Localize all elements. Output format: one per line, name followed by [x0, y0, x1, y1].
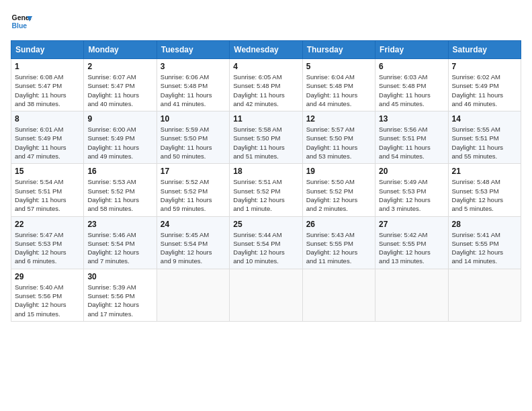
calendar-cell: 4Sunrise: 6:05 AM Sunset: 5:48 PM Daylig… — [230, 59, 302, 111]
page-header: General Blue — [11, 11, 521, 32]
calendar-cell: 21Sunrise: 5:48 AM Sunset: 5:53 PM Dayli… — [448, 164, 521, 216]
day-number: 11 — [233, 114, 298, 124]
calendar-cell: 30Sunrise: 5:39 AM Sunset: 5:56 PM Dayli… — [84, 269, 157, 321]
day-number: 29 — [15, 272, 80, 281]
day-number: 27 — [379, 220, 444, 229]
dow-header-monday: Monday — [84, 41, 157, 59]
calendar-cell: 28Sunrise: 5:41 AM Sunset: 5:55 PM Dayli… — [448, 216, 521, 269]
dow-header-saturday: Saturday — [448, 41, 521, 59]
day-info: Sunrise: 5:41 AM Sunset: 5:55 PM Dayligh… — [452, 230, 517, 266]
day-info: Sunrise: 5:40 AM Sunset: 5:56 PM Dayligh… — [15, 283, 80, 318]
calendar-week-1: 1Sunrise: 6:08 AM Sunset: 5:47 PM Daylig… — [11, 59, 521, 111]
calendar-cell — [230, 269, 302, 321]
calendar-cell: 15Sunrise: 5:54 AM Sunset: 5:51 PM Dayli… — [11, 164, 84, 216]
day-info: Sunrise: 5:57 AM Sunset: 5:50 PM Dayligh… — [306, 125, 371, 161]
calendar-cell: 9Sunrise: 6:00 AM Sunset: 5:49 PM Daylig… — [84, 111, 157, 164]
day-number: 19 — [306, 167, 371, 176]
day-info: Sunrise: 6:04 AM Sunset: 5:48 PM Dayligh… — [306, 73, 371, 108]
day-number: 12 — [306, 114, 371, 124]
calendar-cell — [302, 269, 375, 321]
calendar-cell: 25Sunrise: 5:44 AM Sunset: 5:54 PM Dayli… — [230, 216, 302, 269]
day-info: Sunrise: 5:42 AM Sunset: 5:55 PM Dayligh… — [379, 230, 444, 266]
day-number: 24 — [161, 220, 226, 229]
calendar-week-4: 22Sunrise: 5:47 AM Sunset: 5:53 PM Dayli… — [11, 216, 521, 269]
calendar-cell: 24Sunrise: 5:45 AM Sunset: 5:54 PM Dayli… — [157, 216, 229, 269]
calendar-cell — [448, 269, 521, 321]
day-info: Sunrise: 5:45 AM Sunset: 5:54 PM Dayligh… — [161, 230, 226, 266]
day-number: 10 — [161, 114, 226, 124]
calendar-cell: 7Sunrise: 6:02 AM Sunset: 5:49 PM Daylig… — [448, 59, 521, 111]
day-number: 16 — [87, 167, 152, 176]
day-number: 9 — [87, 114, 152, 124]
calendar-cell: 27Sunrise: 5:42 AM Sunset: 5:55 PM Dayli… — [375, 216, 448, 269]
day-number: 3 — [161, 62, 226, 71]
day-info: Sunrise: 6:03 AM Sunset: 5:48 PM Dayligh… — [379, 73, 444, 108]
day-info: Sunrise: 5:49 AM Sunset: 5:53 PM Dayligh… — [379, 177, 444, 213]
day-number: 7 — [452, 62, 517, 71]
calendar-cell: 20Sunrise: 5:49 AM Sunset: 5:53 PM Dayli… — [375, 164, 448, 216]
day-info: Sunrise: 5:55 AM Sunset: 5:51 PM Dayligh… — [452, 125, 517, 161]
day-number: 4 — [233, 62, 298, 71]
day-info: Sunrise: 6:07 AM Sunset: 5:47 PM Dayligh… — [87, 73, 152, 108]
dow-header-tuesday: Tuesday — [157, 41, 229, 59]
day-info: Sunrise: 6:02 AM Sunset: 5:49 PM Dayligh… — [452, 73, 517, 108]
calendar-cell: 2Sunrise: 6:07 AM Sunset: 5:47 PM Daylig… — [84, 59, 157, 111]
calendar-cell: 16Sunrise: 5:53 AM Sunset: 5:52 PM Dayli… — [84, 164, 157, 216]
dow-header-friday: Friday — [375, 41, 448, 59]
svg-text:Blue: Blue — [12, 22, 28, 30]
calendar-cell: 19Sunrise: 5:50 AM Sunset: 5:52 PM Dayli… — [302, 164, 375, 216]
day-info: Sunrise: 5:53 AM Sunset: 5:52 PM Dayligh… — [87, 177, 152, 213]
day-number: 2 — [87, 62, 152, 71]
day-number: 18 — [233, 167, 298, 176]
day-info: Sunrise: 6:05 AM Sunset: 5:48 PM Dayligh… — [233, 73, 298, 108]
day-info: Sunrise: 6:06 AM Sunset: 5:48 PM Dayligh… — [161, 73, 226, 108]
day-info: Sunrise: 5:50 AM Sunset: 5:52 PM Dayligh… — [306, 177, 371, 213]
calendar-cell — [375, 269, 448, 321]
day-info: Sunrise: 5:39 AM Sunset: 5:56 PM Dayligh… — [87, 283, 152, 318]
day-info: Sunrise: 5:47 AM Sunset: 5:53 PM Dayligh… — [15, 230, 80, 266]
day-number: 8 — [15, 114, 80, 124]
day-number: 21 — [452, 167, 517, 176]
dow-header-wednesday: Wednesday — [230, 41, 302, 59]
day-number: 22 — [15, 220, 80, 229]
day-number: 14 — [452, 114, 517, 124]
calendar-cell: 23Sunrise: 5:46 AM Sunset: 5:54 PM Dayli… — [84, 216, 157, 269]
day-info: Sunrise: 5:56 AM Sunset: 5:51 PM Dayligh… — [379, 125, 444, 161]
day-number: 30 — [87, 272, 152, 281]
day-info: Sunrise: 6:08 AM Sunset: 5:47 PM Dayligh… — [15, 73, 80, 108]
day-number: 28 — [452, 220, 517, 229]
dow-header-thursday: Thursday — [302, 41, 375, 59]
day-info: Sunrise: 6:01 AM Sunset: 5:49 PM Dayligh… — [15, 125, 80, 161]
day-info: Sunrise: 5:59 AM Sunset: 5:50 PM Dayligh… — [161, 125, 226, 161]
day-number: 26 — [306, 220, 371, 229]
calendar-week-3: 15Sunrise: 5:54 AM Sunset: 5:51 PM Dayli… — [11, 164, 521, 216]
day-info: Sunrise: 5:58 AM Sunset: 5:50 PM Dayligh… — [233, 125, 298, 161]
calendar-cell: 17Sunrise: 5:52 AM Sunset: 5:52 PM Dayli… — [157, 164, 229, 216]
day-info: Sunrise: 5:46 AM Sunset: 5:54 PM Dayligh… — [87, 230, 152, 266]
calendar-cell: 8Sunrise: 6:01 AM Sunset: 5:49 PM Daylig… — [11, 111, 84, 164]
day-of-week-row: SundayMondayTuesdayWednesdayThursdayFrid… — [11, 41, 521, 59]
day-number: 1 — [15, 62, 80, 71]
day-info: Sunrise: 6:00 AM Sunset: 5:49 PM Dayligh… — [87, 125, 152, 161]
calendar-cell: 22Sunrise: 5:47 AM Sunset: 5:53 PM Dayli… — [11, 216, 84, 269]
calendar-cell: 1Sunrise: 6:08 AM Sunset: 5:47 PM Daylig… — [11, 59, 84, 111]
calendar-cell — [157, 269, 229, 321]
day-info: Sunrise: 5:48 AM Sunset: 5:53 PM Dayligh… — [452, 177, 517, 213]
logo: General Blue — [11, 11, 32, 32]
calendar-cell: 3Sunrise: 6:06 AM Sunset: 5:48 PM Daylig… — [157, 59, 229, 111]
calendar-cell: 6Sunrise: 6:03 AM Sunset: 5:48 PM Daylig… — [375, 59, 448, 111]
day-number: 15 — [15, 167, 80, 176]
calendar-week-2: 8Sunrise: 6:01 AM Sunset: 5:49 PM Daylig… — [11, 111, 521, 164]
day-info: Sunrise: 5:51 AM Sunset: 5:52 PM Dayligh… — [233, 177, 298, 213]
day-info: Sunrise: 5:52 AM Sunset: 5:52 PM Dayligh… — [161, 177, 226, 213]
day-number: 6 — [379, 62, 444, 71]
day-info: Sunrise: 5:43 AM Sunset: 5:55 PM Dayligh… — [306, 230, 371, 266]
day-number: 20 — [379, 167, 444, 176]
logo-icon: General Blue — [11, 11, 32, 32]
day-number: 13 — [379, 114, 444, 124]
calendar-cell: 10Sunrise: 5:59 AM Sunset: 5:50 PM Dayli… — [157, 111, 229, 164]
day-info: Sunrise: 5:44 AM Sunset: 5:54 PM Dayligh… — [233, 230, 298, 266]
day-number: 5 — [306, 62, 371, 71]
calendar-cell: 29Sunrise: 5:40 AM Sunset: 5:56 PM Dayli… — [11, 269, 84, 321]
day-info: Sunrise: 5:54 AM Sunset: 5:51 PM Dayligh… — [15, 177, 80, 213]
